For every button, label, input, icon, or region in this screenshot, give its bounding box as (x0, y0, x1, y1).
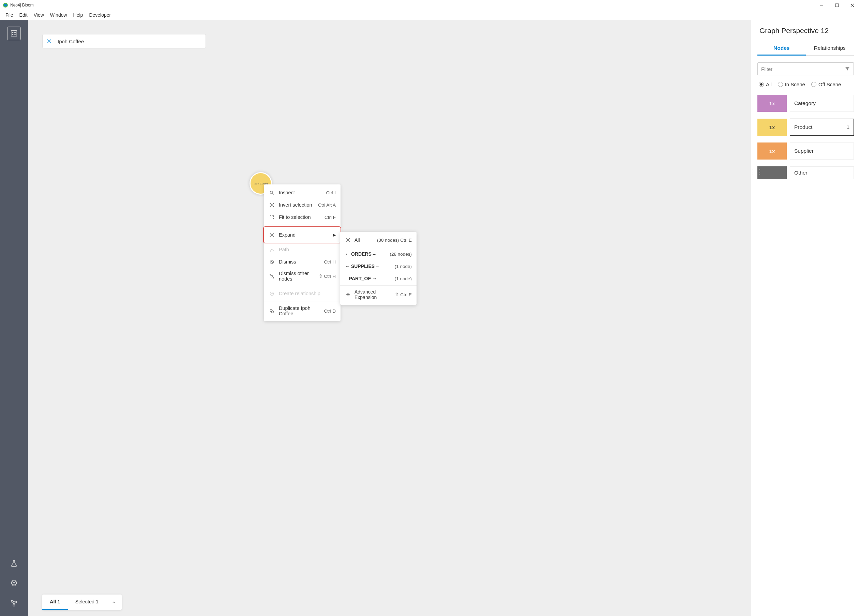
menu-file[interactable]: File (3, 11, 16, 19)
tab-relationships[interactable]: Relationships (806, 42, 854, 55)
titlebar: Neo4j Bloom (0, 0, 860, 10)
category-row-product[interactable]: 1x Product1 (757, 119, 854, 136)
drag-handle-icon[interactable]: ⋮⋮ (750, 168, 764, 176)
sub-supplies[interactable]: ← SUPPLIES – (1 node) (340, 260, 416, 272)
svg-line-59 (348, 240, 349, 241)
ctx-inspect[interactable]: Inspect Ctrl I (264, 187, 341, 199)
sub-orders[interactable]: ← ORDERS – (28 nodes) (340, 248, 416, 260)
svg-line-58 (347, 240, 348, 241)
ctx-shortcut: Ctrl Alt A (318, 203, 336, 207)
clear-search-icon[interactable] (47, 39, 52, 44)
sub-partof[interactable]: – PART_OF → (1 node) (340, 272, 416, 284)
ctx-dismiss-other[interactable]: Dismiss other nodes ⇧ Ctrl H (264, 268, 341, 284)
sub-label: ← ORDERS – (345, 251, 389, 257)
category-label: Other (790, 167, 854, 179)
category-row-category[interactable]: 1x Category (757, 95, 854, 112)
canvas[interactable]: Ipoh Coffee Ipoh Coffee Inspect Ctrl I I… (28, 20, 751, 616)
search-bar[interactable]: Ipoh Coffee (42, 34, 206, 49)
search-icon (268, 190, 275, 195)
radio-off-scene[interactable]: Off Scene (811, 82, 841, 87)
close-button[interactable] (845, 0, 860, 10)
svg-point-50 (271, 311, 273, 313)
svg-line-56 (347, 239, 348, 240)
svg-point-60 (347, 294, 349, 295)
ctx-label: Dismiss (279, 259, 324, 264)
menu-help[interactable]: Help (71, 11, 86, 19)
sub-shortcut: ⇧ Ctrl E (395, 292, 412, 297)
maximize-button[interactable] (829, 0, 845, 10)
chevron-right-icon: ▶ (333, 233, 336, 237)
radio-in-scene[interactable]: In Scene (778, 82, 805, 87)
sub-advanced[interactable]: Advanced Expansion ⇧ Ctrl E (340, 286, 416, 303)
ctx-duplicate[interactable]: Duplicate Ipoh Coffee Ctrl D (264, 303, 341, 319)
right-panel: Graph Perspective 12 Nodes Relationships… (751, 20, 860, 616)
ctx-shortcut: Ctrl D (324, 308, 336, 314)
svg-point-26 (273, 206, 273, 207)
svg-point-25 (270, 206, 271, 207)
tab-all[interactable]: All 1 (42, 594, 68, 610)
menu-window[interactable]: Window (47, 11, 70, 19)
swatch: 1x (757, 119, 787, 136)
ctx-invert-selection[interactable]: Invert selection Ctrl Alt A (264, 199, 341, 211)
ctx-shortcut: Ctrl I (326, 190, 336, 195)
sub-count: (28 nodes) (389, 251, 412, 257)
duplicate-icon (268, 308, 275, 314)
menu-view[interactable]: View (31, 11, 47, 19)
ctx-fit-to-selection[interactable]: Fit to selection Ctrl F (264, 211, 341, 223)
ctx-label: Duplicate Ipoh Coffee (279, 305, 324, 316)
svg-point-24 (273, 203, 273, 204)
menu-developer[interactable]: Developer (86, 11, 113, 19)
bottom-tabs: All 1 Selected 1 (42, 594, 122, 610)
svg-point-11 (13, 582, 15, 584)
sub-label: Advanced Expansion (355, 289, 395, 300)
svg-point-41 (271, 275, 273, 277)
minimize-button[interactable] (814, 0, 829, 10)
svg-point-36 (270, 251, 271, 251)
ctx-label: Path (279, 247, 336, 252)
svg-point-61 (347, 293, 349, 296)
menu-edit[interactable]: Edit (17, 11, 30, 19)
graph-icon[interactable] (7, 596, 21, 610)
category-row-other[interactable]: Other (757, 167, 854, 179)
tab-selected[interactable]: Selected 1 (68, 594, 106, 610)
dismiss-icon (268, 259, 275, 264)
ctx-expand[interactable]: Expand ▶ (263, 226, 341, 244)
category-row-supplier[interactable]: 1x Supplier (757, 143, 854, 160)
settings-icon[interactable] (7, 577, 21, 590)
filter-box[interactable] (757, 62, 854, 75)
window-title: Neo4j Bloom (10, 3, 34, 8)
chevron-up-icon[interactable] (106, 600, 122, 605)
svg-point-20 (270, 191, 273, 193)
ctx-path: Path (264, 244, 341, 256)
filter-input[interactable] (761, 66, 845, 72)
category-list: 1x Category 1x Product1 1x Supplier ⋮⋮ O… (757, 95, 854, 179)
svg-line-35 (272, 235, 273, 236)
search-query: Ipoh Coffee (58, 39, 84, 44)
ctx-label: Inspect (279, 190, 326, 195)
filter-icon[interactable] (845, 66, 850, 72)
ctx-label: Expand (279, 232, 333, 237)
swatch: 1x (757, 143, 787, 160)
svg-point-27 (271, 234, 272, 235)
divider (340, 285, 416, 286)
sub-label: ← SUPPLIES – (345, 264, 395, 269)
sub-all[interactable]: All (30 nodes) Ctrl E (340, 234, 416, 246)
radio-all[interactable]: All (759, 82, 772, 87)
ctx-dismiss[interactable]: Dismiss Ctrl H (264, 256, 341, 268)
tab-nodes[interactable]: Nodes (757, 42, 806, 55)
advanced-expand-icon (345, 292, 351, 297)
radio-row: All In Scene Off Scene (757, 82, 854, 87)
fit-icon (268, 215, 275, 220)
window-controls (814, 0, 860, 10)
plus-circle-icon (268, 291, 275, 296)
sub-count: (1 node) (395, 264, 412, 269)
ctx-shortcut: Ctrl H (324, 259, 336, 264)
perspective-icon[interactable] (7, 27, 21, 40)
divider (264, 225, 341, 225)
sub-count: (1 node) (395, 276, 412, 281)
lab-icon[interactable] (7, 557, 21, 570)
expand-icon (268, 233, 275, 237)
svg-line-40 (271, 261, 273, 263)
svg-point-9 (12, 34, 13, 35)
svg-line-17 (13, 601, 15, 602)
